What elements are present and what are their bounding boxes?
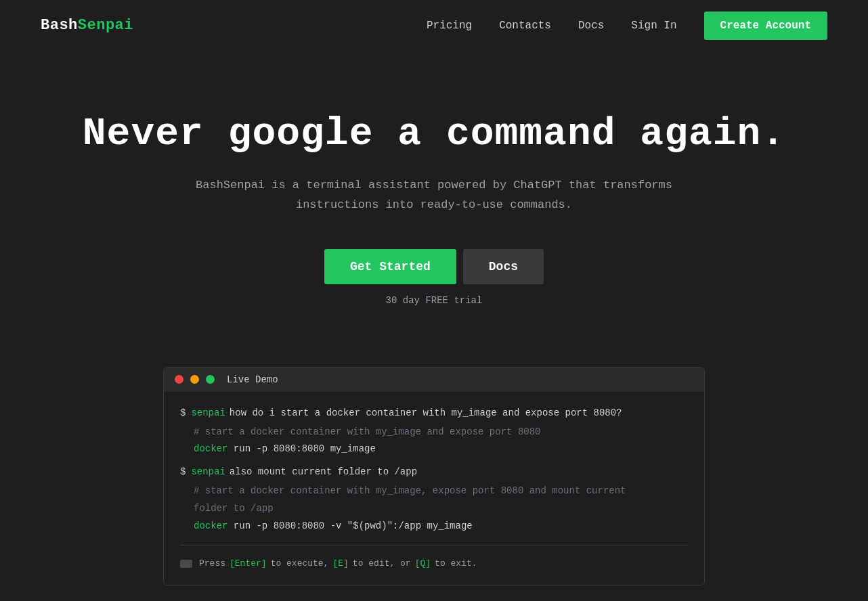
nav-contacts[interactable]: Contacts <box>499 20 551 32</box>
nav-pricing[interactable]: Pricing <box>427 20 472 32</box>
terminal-titlebar: Live Demo <box>164 368 704 392</box>
dot-yellow-icon <box>190 375 199 384</box>
hint-q: [Q] <box>415 556 431 571</box>
hint-press: Press <box>199 556 225 571</box>
nav-docs[interactable]: Docs <box>578 20 604 32</box>
navbar: BashSenpai Pricing Contacts Docs Sign In… <box>0 0 868 51</box>
hint-e: [E] <box>332 556 348 571</box>
nav-signin[interactable]: Sign In <box>631 20 676 32</box>
get-started-button[interactable]: Get Started <box>324 249 456 284</box>
comment-2a: # start a docker container with my_image… <box>194 483 688 499</box>
prompt-command-2: also mount current folder to /app <box>230 464 417 481</box>
hint-to-edit: to edit, or <box>353 556 411 571</box>
dot-red-icon <box>175 375 183 384</box>
code-docker-2: docker <box>194 520 227 531</box>
code-run-2: run -p 8080:8080 -v "$(pwd)":/app my_ima… <box>234 520 473 531</box>
dot-green-icon <box>206 375 215 384</box>
prompt-dollar-1: $ <box>180 405 186 422</box>
hero-buttons: Get Started Docs <box>41 249 827 284</box>
comment-2b: folder to /app <box>194 501 688 517</box>
terminal-icon <box>180 560 192 568</box>
logo-senpai: Senpai <box>78 17 133 34</box>
terminal-line-2: $ senpai also mount current folder to /a… <box>180 464 688 481</box>
hint-enter: [Enter] <box>230 556 267 571</box>
code-1: docker run -p 8080:8080 my_image <box>194 441 688 458</box>
hero-title: Never google a command again. <box>41 112 827 156</box>
nav-links: Pricing Contacts Docs Sign In Create Acc… <box>427 12 827 40</box>
prompt-command-1: how do i start a docker container with m… <box>230 405 622 422</box>
trial-text: 30 day FREE trial <box>41 295 827 306</box>
terminal-hint: Press [Enter] to execute, [E] to edit, o… <box>180 556 688 571</box>
prompt-dollar-2: $ <box>180 464 186 481</box>
logo-bash: Bash <box>41 17 78 34</box>
prompt-senpai-2: senpai <box>191 464 225 481</box>
code-docker-1: docker <box>194 443 227 454</box>
terminal-demo: Live Demo $ senpai how do i start a dock… <box>163 367 705 586</box>
code-run-1: run -p 8080:8080 my_image <box>234 443 376 454</box>
terminal-body: $ senpai how do i start a docker contain… <box>164 392 704 585</box>
hint-to-execute: to execute, <box>271 556 329 571</box>
hero-section: Never google a command again. BashSenpai… <box>0 51 868 347</box>
docs-button[interactable]: Docs <box>463 249 544 284</box>
terminal-line-1: $ senpai how do i start a docker contain… <box>180 405 688 422</box>
create-account-button[interactable]: Create Account <box>704 12 827 40</box>
comment-1: # start a docker container with my_image… <box>194 424 688 441</box>
logo[interactable]: BashSenpai <box>41 17 133 34</box>
code-2: docker run -p 8080:8080 -v "$(pwd)":/app… <box>194 518 688 535</box>
hint-to-exit: to exit. <box>435 556 477 571</box>
terminal-title: Live Demo <box>227 374 278 385</box>
prompt-senpai-1: senpai <box>191 405 225 422</box>
terminal-divider <box>180 545 688 546</box>
hero-subtitle: BashSenpai is a terminal assistant power… <box>177 176 691 215</box>
